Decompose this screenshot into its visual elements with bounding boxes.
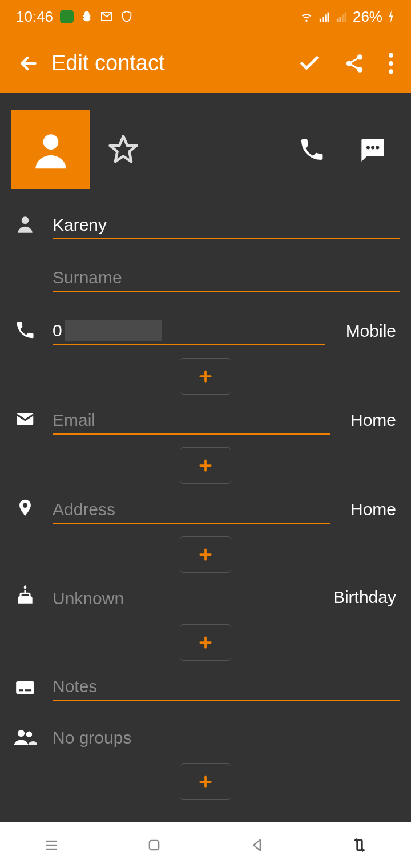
message-button[interactable] (356, 134, 388, 166)
add-phone-button[interactable] (180, 358, 231, 395)
page-title: Edit contact (51, 51, 298, 75)
event-type-selector[interactable]: Birthday (327, 588, 400, 612)
svg-point-12 (389, 53, 393, 57)
share-button[interactable] (344, 53, 365, 74)
svg-point-25 (26, 732, 33, 738)
notes-field[interactable] (53, 671, 400, 701)
gmail-icon (100, 10, 114, 23)
svg-point-11 (357, 67, 363, 72)
event-field[interactable]: Unknown (53, 583, 313, 612)
groups-icon (11, 728, 39, 751)
svg-point-14 (389, 69, 393, 74)
svg-rect-29 (150, 841, 159, 850)
svg-rect-3 (325, 14, 327, 22)
phone-number-field[interactable]: 0 (53, 315, 325, 345)
system-nav-bar (0, 822, 411, 868)
svg-rect-4 (328, 13, 329, 22)
add-email-button[interactable] (180, 447, 231, 484)
status-time: 10:46 (16, 8, 53, 26)
svg-rect-21 (16, 681, 34, 694)
wifi-icon (299, 10, 314, 23)
status-app-icon (60, 10, 74, 23)
location-icon (11, 496, 39, 524)
battery-text: 26% (353, 8, 382, 26)
svg-rect-22 (19, 689, 23, 691)
notes-icon (11, 679, 39, 701)
add-event-button[interactable] (180, 624, 231, 661)
call-button[interactable] (296, 134, 328, 166)
charging-icon (387, 10, 395, 23)
home-button[interactable] (126, 837, 183, 853)
svg-point-24 (18, 730, 25, 737)
rotate-button[interactable] (331, 837, 388, 854)
svg-rect-7 (342, 14, 344, 22)
back-nav-button[interactable] (228, 837, 285, 853)
svg-point-18 (376, 146, 379, 149)
address-field[interactable] (53, 494, 330, 524)
save-button[interactable] (298, 52, 321, 75)
svg-rect-23 (25, 689, 31, 691)
email-type-selector[interactable]: Home (344, 411, 400, 435)
favorite-star-button[interactable] (107, 134, 139, 166)
snapchat-icon (80, 10, 93, 23)
email-field[interactable] (53, 405, 330, 435)
add-address-button[interactable] (180, 536, 231, 573)
app-bar: Edit contact (0, 33, 411, 93)
email-icon (11, 408, 39, 435)
status-bar: 10:46 26% (0, 0, 411, 33)
svg-rect-1 (320, 19, 321, 22)
contact-avatar[interactable] (11, 110, 90, 189)
person-icon (11, 213, 39, 239)
surname-field[interactable] (53, 262, 400, 292)
phone-prefix: 0 (53, 321, 62, 340)
content-area: 0 Mobile Home Home (0, 93, 411, 822)
svg-rect-8 (345, 13, 346, 22)
svg-point-16 (366, 146, 370, 149)
svg-rect-2 (322, 17, 324, 22)
back-button[interactable] (11, 52, 46, 75)
svg-point-15 (43, 134, 59, 150)
more-options-button[interactable] (388, 53, 394, 74)
svg-rect-30 (357, 840, 362, 850)
signal2-icon (336, 10, 348, 23)
svg-point-17 (371, 146, 374, 149)
svg-point-13 (389, 61, 393, 66)
phone-icon (11, 319, 39, 345)
phone-type-selector[interactable]: Mobile (339, 322, 400, 345)
svg-point-9 (357, 54, 363, 60)
address-type-selector[interactable]: Home (344, 500, 400, 524)
shield-icon (120, 10, 133, 23)
first-name-field[interactable] (53, 210, 400, 239)
cake-icon (11, 585, 39, 612)
signal-icon (319, 10, 331, 23)
svg-point-10 (346, 61, 352, 66)
groups-field[interactable]: No groups (53, 722, 400, 751)
recent-apps-button[interactable] (23, 837, 80, 853)
phone-redacted (65, 320, 162, 341)
svg-rect-6 (339, 17, 341, 22)
svg-rect-5 (337, 19, 339, 22)
add-group-button[interactable] (180, 763, 231, 800)
svg-point-19 (22, 216, 29, 224)
